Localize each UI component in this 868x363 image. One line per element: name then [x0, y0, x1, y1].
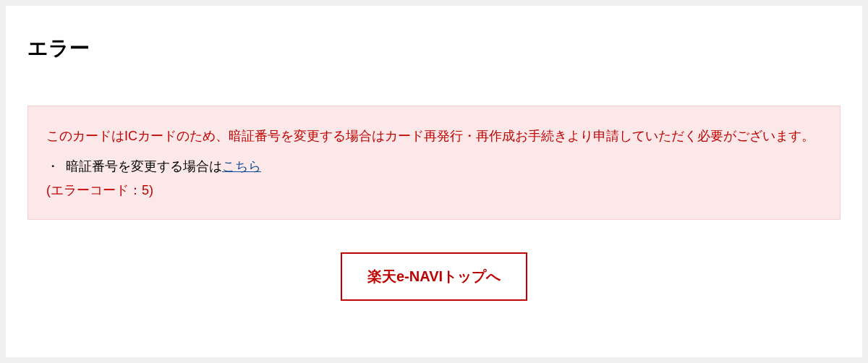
nav-top-button[interactable]: 楽天e-NAVIトップへ — [341, 252, 527, 301]
instruction-line: ・ 暗証番号を変更する場合はこちら — [46, 156, 822, 177]
page-title: エラー — [27, 35, 841, 62]
main-container: エラー このカードはICカードのため、暗証番号を変更する場合はカード再発行・再作… — [6, 6, 862, 357]
error-box: このカードはICカードのため、暗証番号を変更する場合はカード再発行・再作成お手続… — [27, 106, 841, 220]
error-message: このカードはICカードのため、暗証番号を変更する場合はカード再発行・再作成お手続… — [46, 124, 822, 148]
error-code: (エラーコード：5) — [46, 180, 822, 201]
instruction-prefix: 暗証番号を変更する場合は — [66, 159, 222, 174]
bullet-icon: ・ — [46, 159, 59, 174]
button-container: 楽天e-NAVIトップへ — [27, 252, 841, 301]
instruction-link[interactable]: こちら — [222, 159, 261, 174]
